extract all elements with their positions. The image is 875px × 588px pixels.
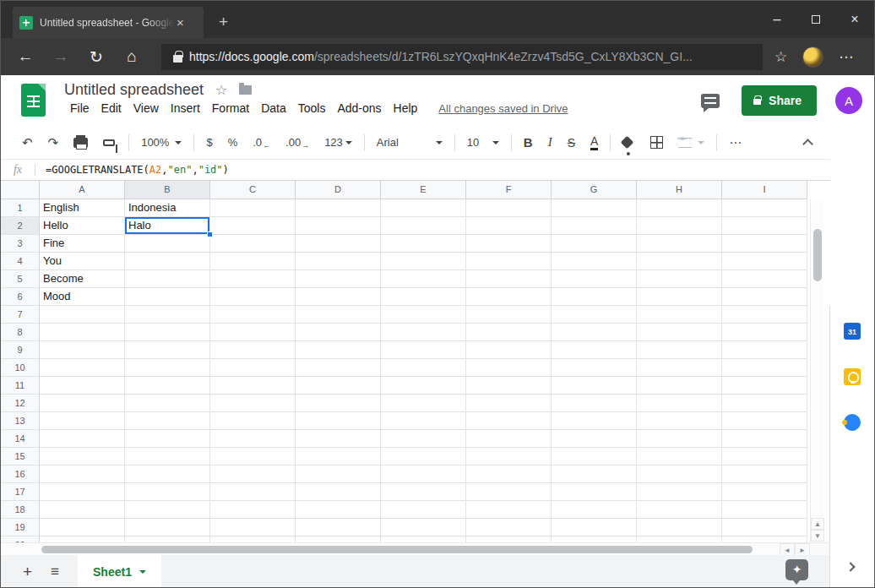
cell-D15[interactable] xyxy=(296,448,381,466)
browser-menu-icon[interactable]: ⋯ xyxy=(839,48,854,66)
row-header-16[interactable]: 16 xyxy=(1,466,40,483)
cell-A15[interactable] xyxy=(40,448,125,466)
scroll-up-button[interactable]: ▲ xyxy=(811,518,824,530)
cell-C15[interactable] xyxy=(210,448,296,466)
menu-insert[interactable]: Insert xyxy=(165,99,206,117)
cell-F3[interactable] xyxy=(466,235,552,253)
cell-B16[interactable] xyxy=(125,466,210,483)
cell-C7[interactable] xyxy=(210,306,296,324)
cell-E11[interactable] xyxy=(381,377,466,395)
row-header-14[interactable]: 14 xyxy=(1,430,40,448)
sheet-tab-sheet1[interactable]: Sheet1 xyxy=(78,555,161,587)
cell-C14[interactable] xyxy=(210,430,296,448)
cell-H17[interactable] xyxy=(637,483,722,501)
add-sheet-button[interactable]: + xyxy=(23,563,32,581)
cell-C10[interactable] xyxy=(210,359,296,377)
column-header-G[interactable]: G xyxy=(552,181,637,199)
column-header-H[interactable]: H xyxy=(637,181,722,199)
cell-E12[interactable] xyxy=(381,395,466,412)
scroll-down-button[interactable]: ▼ xyxy=(811,530,824,542)
cell-D13[interactable] xyxy=(296,412,381,430)
cell-A5[interactable]: Become xyxy=(40,270,125,288)
cell-I17[interactable] xyxy=(722,483,807,501)
cell-G19[interactable] xyxy=(552,519,637,536)
favorite-star-icon[interactable]: ☆ xyxy=(774,48,787,66)
cell-E20[interactable] xyxy=(381,536,466,542)
move-folder-icon[interactable] xyxy=(239,85,252,95)
refresh-button[interactable]: ↻ xyxy=(79,47,114,67)
cell-F19[interactable] xyxy=(466,519,552,536)
cell-I14[interactable] xyxy=(722,430,807,448)
cell-H12[interactable] xyxy=(637,395,722,412)
cell-A11[interactable] xyxy=(40,377,125,395)
forward-button[interactable]: → xyxy=(43,47,79,66)
cell-F9[interactable] xyxy=(466,341,552,359)
cell-B15[interactable] xyxy=(125,448,210,466)
cell-F6[interactable] xyxy=(466,288,552,306)
cell-B5[interactable] xyxy=(125,270,210,288)
cell-G3[interactable] xyxy=(552,235,637,253)
cell-C2[interactable] xyxy=(210,217,296,235)
cell-F10[interactable] xyxy=(466,359,552,377)
column-header-I[interactable]: I xyxy=(722,181,807,199)
cell-C18[interactable] xyxy=(210,501,296,519)
cell-B10[interactable] xyxy=(125,359,210,377)
minimize-button[interactable]: – xyxy=(758,1,796,38)
cell-G18[interactable] xyxy=(552,501,637,519)
cell-F5[interactable] xyxy=(466,270,552,288)
cell-D2[interactable] xyxy=(296,217,381,235)
cell-E6[interactable] xyxy=(381,288,466,306)
cell-D9[interactable] xyxy=(296,341,381,359)
cell-D19[interactable] xyxy=(296,519,381,536)
sheets-logo-icon[interactable] xyxy=(21,84,46,117)
cell-I5[interactable] xyxy=(722,270,807,288)
cell-I2[interactable] xyxy=(722,217,807,235)
cell-A8[interactable] xyxy=(40,324,125,341)
cell-E19[interactable] xyxy=(381,519,466,536)
cell-D14[interactable] xyxy=(296,430,381,448)
cell-B12[interactable] xyxy=(125,395,210,412)
cell-H19[interactable] xyxy=(637,519,722,536)
row-header-10[interactable]: 10 xyxy=(1,359,40,377)
cell-H13[interactable] xyxy=(637,412,722,430)
cell-H9[interactable] xyxy=(637,341,722,359)
cell-D7[interactable] xyxy=(296,306,381,324)
cell-H14[interactable] xyxy=(637,430,722,448)
cell-E4[interactable] xyxy=(381,253,466,270)
menu-format[interactable]: Format xyxy=(206,99,255,117)
cell-G16[interactable] xyxy=(552,466,637,483)
cell-A2[interactable]: Hello xyxy=(40,217,125,235)
fill-color-button[interactable] xyxy=(615,138,643,147)
row-header-20[interactable]: 20 xyxy=(1,536,40,542)
fill-handle[interactable] xyxy=(207,231,213,237)
cell-F16[interactable] xyxy=(466,466,552,483)
cell-B2[interactable]: Halo xyxy=(125,217,210,235)
collapse-toolbar-icon[interactable] xyxy=(802,139,813,150)
cell-E13[interactable] xyxy=(381,412,466,430)
cell-F2[interactable] xyxy=(466,217,552,235)
cell-F1[interactable] xyxy=(466,199,552,217)
cell-E5[interactable] xyxy=(381,270,466,288)
cell-E17[interactable] xyxy=(381,483,466,501)
borders-button[interactable] xyxy=(643,136,671,149)
cell-D20[interactable] xyxy=(296,536,381,542)
row-header-3[interactable]: 3 xyxy=(1,235,40,253)
cell-A17[interactable] xyxy=(40,483,125,501)
row-header-15[interactable]: 15 xyxy=(1,448,40,466)
cell-A18[interactable] xyxy=(40,501,125,519)
menu-data[interactable]: Data xyxy=(255,99,292,117)
row-header-2[interactable]: 2 xyxy=(1,217,40,235)
cell-C1[interactable] xyxy=(210,199,296,217)
cell-E7[interactable] xyxy=(381,306,466,324)
cell-E9[interactable] xyxy=(381,341,466,359)
cell-D4[interactable] xyxy=(296,253,381,270)
cell-I7[interactable] xyxy=(722,306,807,324)
cell-B18[interactable] xyxy=(125,501,210,519)
close-button[interactable]: × xyxy=(835,1,874,38)
cell-G10[interactable] xyxy=(552,359,637,377)
browser-profile-avatar[interactable] xyxy=(802,46,823,68)
cell-H18[interactable] xyxy=(637,501,722,519)
column-header-A[interactable]: A xyxy=(40,181,125,199)
cell-F8[interactable] xyxy=(466,324,552,341)
cell-F12[interactable] xyxy=(466,395,552,412)
